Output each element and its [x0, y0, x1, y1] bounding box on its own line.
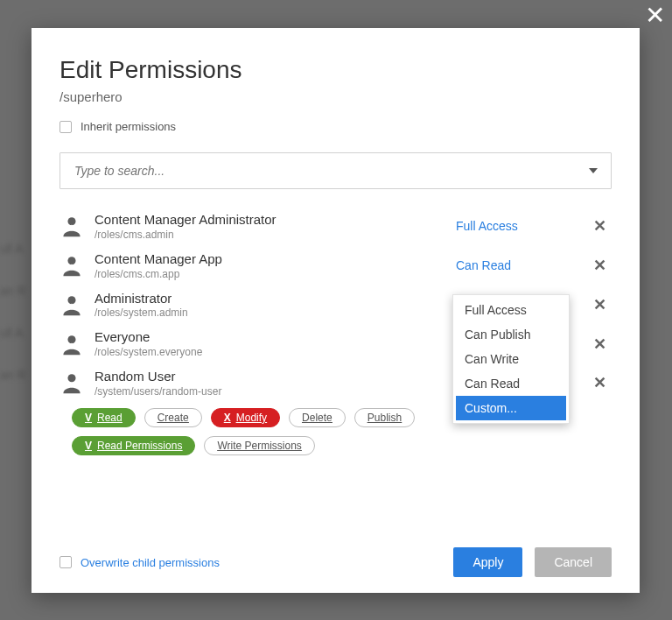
inherit-permissions-checkbox[interactable]: Inherit permissions: [60, 120, 612, 133]
principal-name: Administrator: [94, 291, 456, 307]
svg-point-4: [67, 375, 75, 383]
background-blur: ull A an R ull A an R: [0, 228, 26, 396]
svg-point-2: [67, 296, 75, 304]
permission-pill-read[interactable]: VRead: [72, 408, 136, 427]
access-level-selector[interactable]: Can Read: [456, 258, 587, 272]
pill-prefix: X: [224, 412, 231, 424]
dialog-footer: Overwrite child permissions Apply Cancel: [60, 530, 612, 577]
svg-point-1: [67, 257, 75, 264]
modal-backdrop: ull A an R ull A an R ✕ Edit Permissions…: [0, 0, 672, 620]
permission-pill-publish[interactable]: Publish: [354, 408, 415, 427]
principal-name: Everyone: [94, 329, 456, 346]
checkbox-icon: [60, 121, 72, 133]
remove-principal-icon[interactable]: ✕: [587, 335, 612, 354]
search-input[interactable]: [73, 163, 576, 179]
pill-label: Create: [158, 412, 189, 424]
svg-point-0: [67, 218, 75, 226]
edit-permissions-dialog: Edit Permissions /superhero Inherit perm…: [32, 28, 640, 593]
dropdown-option[interactable]: Custom...: [456, 396, 566, 420]
principal-path: /roles/cms.cm.app: [94, 268, 456, 280]
access-level-dropdown[interactable]: Full AccessCan PublishCan WriteCan ReadC…: [452, 294, 570, 424]
dropdown-option[interactable]: Can Write: [456, 347, 566, 371]
permission-pill-modify[interactable]: XModify: [211, 408, 280, 427]
pill-label: Delete: [302, 412, 332, 424]
content-path: /superhero: [60, 89, 612, 104]
remove-principal-icon[interactable]: ✕: [587, 295, 612, 314]
principal-name: Content Manager App: [94, 251, 456, 268]
principal-name: Random User: [94, 369, 456, 385]
principal-path: /roles/system.admin: [94, 306, 456, 319]
remove-principal-icon[interactable]: ✕: [587, 216, 612, 236]
overwrite-children-checkbox[interactable]: Overwrite child permissions: [60, 556, 220, 569]
pill-label: Read: [97, 412, 122, 424]
principal-name: Content Manager Administrator: [94, 212, 456, 229]
pill-label: Publish: [368, 412, 402, 424]
role-icon: [60, 214, 94, 238]
permission-pill-create[interactable]: Create: [144, 408, 202, 427]
pill-label: Modify: [236, 412, 267, 424]
role-icon: [60, 253, 94, 278]
close-icon[interactable]: ✕: [645, 4, 665, 28]
principal-path: /roles/system.everyone: [94, 346, 456, 358]
permission-pill-write-permissions[interactable]: Write Permissions: [204, 436, 314, 455]
svg-point-3: [67, 335, 75, 343]
pill-label: Read Permissions: [97, 440, 182, 452]
principal-row: Content Manager App /roles/cms.cm.app Ca…: [60, 246, 612, 285]
principal-row: Content Manager Administrator /roles/cms…: [60, 207, 612, 246]
overwrite-label: Overwrite child permissions: [80, 556, 220, 569]
remove-principal-icon[interactable]: ✕: [587, 256, 612, 275]
dropdown-option[interactable]: Can Publish: [456, 322, 566, 347]
principal-search[interactable]: [60, 152, 612, 189]
checkbox-icon: [60, 556, 72, 568]
chevron-down-icon[interactable]: [588, 167, 598, 174]
dialog-title: Edit Permissions: [60, 56, 612, 84]
pill-label: Write Permissions: [217, 440, 301, 452]
cancel-button[interactable]: Cancel: [535, 547, 612, 577]
user-icon: [60, 370, 94, 395]
pill-prefix: V: [85, 412, 92, 424]
remove-principal-icon[interactable]: ✕: [587, 373, 612, 392]
role-icon: [60, 332, 94, 356]
permission-pill-read-permissions[interactable]: VRead Permissions: [72, 436, 195, 455]
custom-permissions-row2: VRead PermissionsWrite Permissions: [60, 436, 612, 455]
access-level-selector[interactable]: Full Access: [456, 219, 587, 233]
inherit-label: Inherit permissions: [80, 120, 176, 133]
apply-button[interactable]: Apply: [453, 547, 522, 577]
role-icon: [60, 292, 94, 317]
dropdown-option[interactable]: Full Access: [456, 298, 566, 322]
permission-pill-delete[interactable]: Delete: [289, 408, 346, 427]
pill-prefix: V: [85, 440, 92, 452]
principal-path: /system/users/random-user: [94, 385, 456, 398]
principal-path: /roles/cms.admin: [94, 229, 456, 241]
dropdown-option[interactable]: Can Read: [456, 371, 566, 396]
